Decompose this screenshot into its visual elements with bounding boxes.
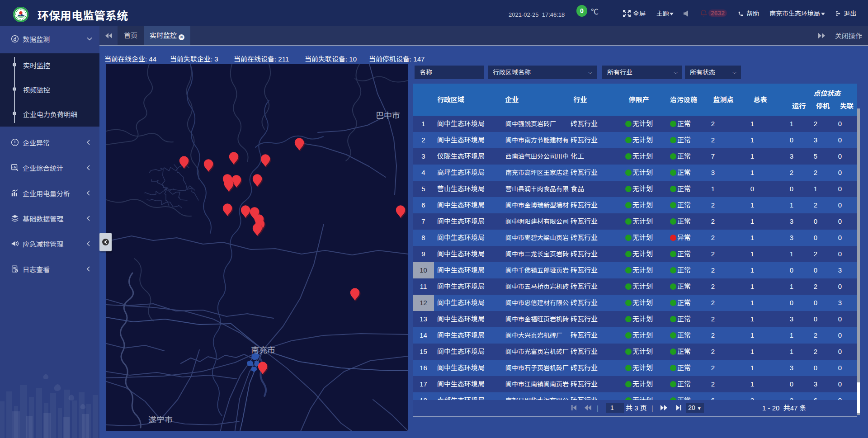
svg-text:遂宁市: 遂宁市 xyxy=(148,415,173,424)
svg-text:巴中市: 巴中市 xyxy=(376,111,400,120)
svg-text:南充市: 南充市 xyxy=(251,346,275,355)
